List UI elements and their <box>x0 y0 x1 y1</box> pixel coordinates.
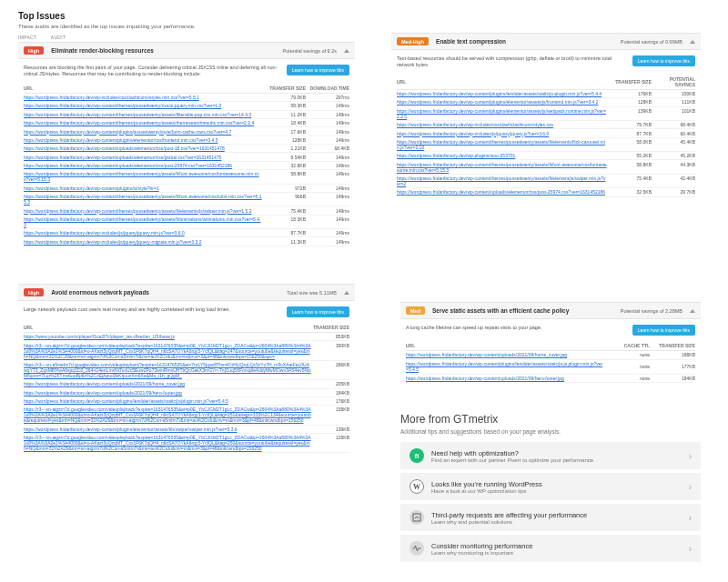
compression-table: URL Transfer Size Potential Savings http… <box>397 75 695 197</box>
resource-link[interactable]: https://r3---sn-a5mekn7d.googlevideo.com… <box>24 362 311 378</box>
resource-link[interactable]: https://wordpress.fridanfactory.dev/wp-i… <box>397 122 553 127</box>
resource-link[interactable]: https://wordpress.fridanfactory.dev/wp-p… <box>397 153 515 158</box>
table-row: https://wordpress.fridanfactory.dev/wp-i… <box>397 120 695 128</box>
resource-link[interactable]: https://wordpress.fridanfactory.dev/wp-c… <box>24 112 251 117</box>
resource-link[interactable]: https://wordpress.fridanfactory.dev/wp-c… <box>24 103 221 108</box>
resource-link[interactable]: https://wordpress.fridanfactory.dev/wp-c… <box>24 137 217 143</box>
resource-link[interactable]: https://wordpress.fridanfactory.dev/wp-c… <box>24 390 311 396</box>
table-row: https://wordpress.fridanfactory.dev/wp-i… <box>24 229 349 237</box>
wordpress-icon: W <box>410 479 424 494</box>
table-row: https://wordpress.fridanfactory.dev/wp-c… <box>24 206 349 215</box>
resource-link[interactable]: https://wordpress.fridanfactory.dev/wp-c… <box>406 361 602 372</box>
top-issues-heading: Top Issues <box>18 11 355 21</box>
resource-link[interactable]: https://www.youtube.com/s/player/f1ca2f7… <box>24 334 311 339</box>
more-item[interactable]: Third-party requests are affecting your … <box>400 504 701 531</box>
label-audit: Audit <box>51 35 66 40</box>
more-item-title: Need help with optimization? <box>431 449 593 457</box>
table-row: https://wordpress.fridanfactory.dev/wp-i… <box>24 237 349 246</box>
caret-up-icon <box>690 309 695 313</box>
more-item[interactable]: Consider monitoring performance Learn wh… <box>400 535 701 562</box>
payloads-table: URL Transfer Size https://www.youtube.co… <box>24 323 349 453</box>
learn-button[interactable]: Learn how to improve this <box>632 55 695 66</box>
resource-link[interactable]: https://wordpress.fridanfactory.dev/wp-c… <box>24 194 262 205</box>
resource-link[interactable]: https://wordpress.fridanfactory.dev/wp-i… <box>24 239 201 245</box>
learn-button[interactable]: Learn how to improve this <box>632 325 695 336</box>
resource-link[interactable]: https://wordpress.fridanfactory.dev/wp-c… <box>397 91 602 96</box>
resource-link[interactable]: https://wordpress.fridanfactory.dev/wp-c… <box>397 162 608 173</box>
resource-link[interactable]: https://wordpress.fridanfactory.dev/wp-c… <box>24 155 221 160</box>
label-impact: Impact <box>18 35 36 40</box>
table-row: https://wordpress.fridanfactory.dev/wp-c… <box>24 110 349 118</box>
col-url: URL <box>24 323 311 333</box>
resource-link[interactable]: https://r3---sn-aigzrn7d.googlevideo.com… <box>24 406 311 423</box>
resource-link[interactable]: https://wordpress.fridanfactory.dev/wp-c… <box>24 381 311 386</box>
top-issues-panel: Top Issues These audits are identified a… <box>18 11 355 246</box>
resource-link[interactable]: https://wordpress.fridanfactory.dev/wp-c… <box>24 146 225 151</box>
resource-link[interactable]: https://wordpress.fridanfactory.dev/wp-c… <box>24 186 159 191</box>
resource-link[interactable]: https://wordpress.fridanfactory.dev/wp-i… <box>24 95 199 100</box>
table-row: https://wordpress.fridanfactory.dev/wp-c… <box>24 215 349 228</box>
top-issues-subheading: These audits are identified as the top i… <box>18 24 355 29</box>
resource-link[interactable]: https://wordpress.fridanfactory.dev/wp-c… <box>24 120 254 125</box>
more-item[interactable]: W Looks like you're running WordPress Ha… <box>400 473 701 500</box>
resource-link[interactable]: https://wordpress.fridanfactory.dev/wp-c… <box>397 99 599 105</box>
impact-badge-high: High <box>24 46 44 55</box>
resource-link[interactable]: https://wordpress.fridanfactory.dev/wp-c… <box>24 208 251 214</box>
caret-up-icon <box>344 49 349 53</box>
more-heading: More from GTmetrix <box>400 413 701 426</box>
col-cache: Cache TTL <box>604 341 650 351</box>
more-item-sub: Learn why monitoring is important <box>431 550 532 556</box>
col-url: URL <box>24 84 262 94</box>
cache-header[interactable]: Med Serve static assets with an efficien… <box>400 302 701 319</box>
compression-header[interactable]: Med-High Enable text compression Potenti… <box>391 33 701 50</box>
more-from-gtmetrix: More from GTmetrix Additional tips and s… <box>400 413 701 566</box>
resource-link[interactable]: https://r3---sn-aigzrn7d.googlevideo.com… <box>24 343 311 359</box>
table-row: https://wordpress.fridanfactory.dev/wp-c… <box>24 118 349 126</box>
payloads-savings: Total size was 5.11MB <box>287 290 337 296</box>
chevron-right-icon: › <box>689 513 692 523</box>
compression-body: Text-based resources should be served wi… <box>391 50 701 197</box>
resource-link[interactable]: https://wordpress.fridanfactory.dev/wp-c… <box>24 216 262 227</box>
render-blocking-desc: Resources are blocking the first paint o… <box>24 65 281 78</box>
resource-link[interactable]: https://wordpress.fridanfactory.dev/wp-i… <box>24 230 185 236</box>
compression-savings: Potential savings of 0.99MB <box>621 39 682 45</box>
table-row: https://wordpress.fridanfactory.dev/wp-c… <box>24 170 349 184</box>
resource-link[interactable]: https://wordpress.fridanfactory.dev/wp-c… <box>24 426 311 432</box>
table-row: https://wordpress.fridanfactory.dev/wp-c… <box>397 106 695 120</box>
table-row: https://r3---sn-aigzrn7d.googlevideo.com… <box>24 341 349 360</box>
render-blocking-body: Resources are blocking the first paint o… <box>18 59 355 246</box>
table-row: https://wordpress.fridanfactory.dev/wp-p… <box>397 152 695 160</box>
payloads-header[interactable]: High Avoid enormous network payloads Tot… <box>18 284 355 301</box>
resource-link[interactable]: https://wordpress.fridanfactory.dev/wp-c… <box>406 376 564 381</box>
resource-link[interactable]: https://wordpress.fridanfactory.dev/wp-c… <box>397 139 608 150</box>
resource-link[interactable]: https://wordpress.fridanfactory.dev/wp-c… <box>397 108 608 119</box>
payloads-panel: High Avoid enormous network payloads Tot… <box>18 284 355 453</box>
more-subheading: Additional tips and suggestions based on… <box>400 428 701 435</box>
col-potential: Potential Savings <box>652 75 695 90</box>
resource-link[interactable]: https://wordpress.fridanfactory.dev/wp-c… <box>24 398 311 404</box>
resource-link[interactable]: https://wordpress.fridanfactory.dev/wp-c… <box>24 163 232 168</box>
resource-link[interactable]: https://wordpress.fridanfactory.dev/wp-c… <box>24 129 231 135</box>
impact-audit-labels: Impact Audit <box>18 35 355 40</box>
more-text: Looks like you're running WordPress Have… <box>431 480 542 494</box>
table-row: https://wordpress.fridanfactory.dev/wp-i… <box>397 129 695 137</box>
learn-button[interactable]: Learn how to improve this <box>287 306 349 317</box>
render-blocking-header[interactable]: High Eliminate render-blocking resources… <box>18 42 355 59</box>
learn-button[interactable]: Learn how to improve this <box>287 65 349 75</box>
resource-link[interactable]: https://wordpress.fridanfactory.dev/wp-c… <box>397 176 608 186</box>
table-row: https://wordpress.fridanfactory.dev/wp-c… <box>24 192 349 206</box>
resource-link[interactable]: https://wordpress.fridanfactory.dev/wp-c… <box>24 171 262 182</box>
resource-link[interactable]: https://r3---sn-aigzrn7d.googlevideo.com… <box>24 435 311 451</box>
chevron-right-icon: › <box>689 451 692 461</box>
more-item-sub: Have a look at our WP optimization tips <box>431 488 542 494</box>
table-row: https://r3---sn-aigzrn7d.googlevideo.com… <box>24 406 349 425</box>
caret-up-icon <box>690 40 695 44</box>
table-row: https://wordpress.fridanfactory.dev/wp-c… <box>397 98 695 106</box>
resource-link[interactable]: https://wordpress.fridanfactory.dev/wp-i… <box>397 131 549 136</box>
more-item[interactable]: fi Need help with optimization? Find an … <box>400 442 701 469</box>
table-row: https://wordpress.fridanfactory.dev/wp-c… <box>24 161 349 169</box>
resource-link[interactable]: https://wordpress.fridanfactory.dev/wp-c… <box>397 189 605 195</box>
more-text: Third-party requests are affecting your … <box>431 511 587 525</box>
table-row: https://r3---sn-a5mekn7d.googlevideo.com… <box>24 360 349 379</box>
resource-link[interactable]: https://wordpress.fridanfactory.dev/wp-c… <box>406 352 567 357</box>
